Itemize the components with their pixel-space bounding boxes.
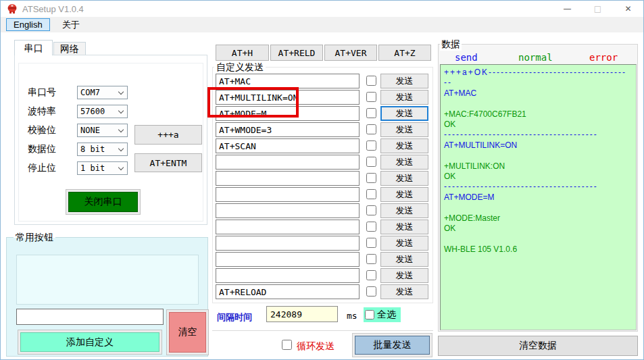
menu-about-item[interactable]: 关于 [57,19,85,31]
row-select-checkbox[interactable] [366,189,376,199]
custom-command-input[interactable] [216,138,360,153]
chevron-down-icon [118,89,124,95]
custom-command-input[interactable] [216,236,360,251]
row-select-checkbox[interactable] [366,173,376,183]
legend-send: send [455,52,478,63]
select-all-control: 全选 [364,307,401,322]
send-button[interactable]: 发送 [380,155,428,170]
interval-input[interactable] [266,306,338,322]
terminal-line: WH-BLE 105 V1.0.6 [444,245,633,255]
custom-command-input[interactable] [216,203,360,218]
row-select-checkbox[interactable] [366,222,376,232]
com-port-select[interactable]: COM7 [77,86,128,99]
loop-send-checkbox[interactable] [282,340,292,350]
data-title: 数据 [440,38,462,51]
row-select-checkbox[interactable] [366,270,376,280]
minimize-icon[interactable]: — [552,1,583,17]
send-button[interactable]: 发送 [380,203,428,218]
custom-command-input[interactable] [216,220,360,234]
common-buttons-title: 常用按钮 [14,232,55,244]
select-all-label: 全选 [377,309,396,321]
row-select-checkbox[interactable] [366,76,376,86]
data-bits-select[interactable]: 8 bit [77,143,128,156]
clear-data-button[interactable]: 清空数据 [438,336,638,356]
terminal-line: AT+MULTILINK=ON [444,140,633,151]
terminal-line [444,151,633,161]
at-reld-button[interactable]: AT+RELD [270,45,323,61]
custom-command-input[interactable] [216,122,360,137]
at-z-button[interactable]: AT+Z [378,45,431,61]
data-terminal[interactable]: +++a+OK---------------------------------… [440,64,637,330]
custom-command-input[interactable] [216,90,360,105]
send-button[interactable]: 发送 [380,122,428,137]
close-serial-button[interactable]: 关闭串口 [68,192,138,212]
batch-send-button[interactable]: 批量发送 [355,336,430,355]
custom-send-title: 自定义发送 [214,61,266,74]
terminal-line: OK [444,224,633,234]
send-button[interactable]: 发送 [380,138,428,153]
row-select-checkbox[interactable] [366,254,376,264]
terminal-line: -------------------------------------- [444,182,633,192]
row-select-checkbox[interactable] [366,124,376,134]
common-buttons-group: 常用按钮 添加自定义 清空 [6,237,208,357]
at-entm-button[interactable]: AT+ENTM [134,153,202,172]
maximize-icon[interactable]: □ [583,1,613,17]
interval-unit-label: ms [347,311,357,321]
send-button[interactable]: 发送 [380,187,428,202]
terminal-line: +MODE:Master [444,213,633,224]
custom-command-input[interactable] [216,74,360,88]
custom-command-input[interactable] [216,155,360,170]
send-button[interactable]: 发送 [380,284,428,299]
clear-frame: 清空 [166,309,209,355]
chevron-down-icon [118,165,124,170]
at-ver-button[interactable]: AT+VER [324,45,377,61]
common-buttons-list [16,255,199,305]
menu-english-button[interactable]: English [6,18,50,31]
send-button[interactable]: 发送 [380,74,428,88]
send-button[interactable]: 发送 [380,236,428,251]
send-button[interactable]: 发送 [380,106,428,121]
batch-send-frame: 批量发送 [352,333,432,357]
stop-bits-select[interactable]: 1 bit [77,161,128,175]
interval-label: 间隔时间 [217,311,252,324]
add-custom-button[interactable]: 添加自定义 [20,332,159,352]
row-select-checkbox[interactable] [366,238,376,248]
tab-serial-port[interactable]: 串口 [14,40,53,55]
custom-command-input[interactable] [216,284,360,299]
select-all-checkbox[interactable] [365,310,374,319]
row-select-checkbox[interactable] [366,140,376,151]
send-button[interactable]: 发送 [380,171,428,186]
clear-button[interactable]: 清空 [169,312,206,353]
custom-command-input[interactable] [216,171,360,186]
custom-command-input[interactable] [216,252,360,267]
parity-select[interactable]: NONE [77,124,128,137]
baud-rate-select[interactable]: 57600 [77,105,128,118]
titlebar: ATSetup V1.0.4 — □ ✕ [1,1,643,17]
send-button[interactable]: 发送 [380,90,428,105]
app-icon [7,3,18,14]
tab-network[interactable]: 网络 [53,42,86,55]
terminal-line: +++a+OK---------------------------------… [444,68,633,78]
plus-a-button[interactable]: +++a [134,125,202,145]
new-command-input[interactable] [16,309,164,325]
row-select-checkbox[interactable] [366,108,376,118]
legend-error: error [589,52,618,63]
chevron-down-icon [118,127,124,132]
row-select-checkbox[interactable] [366,205,376,215]
baud-rate-label: 波特率 [28,105,56,118]
chevron-down-icon [118,108,124,113]
close-icon[interactable]: ✕ [613,1,643,17]
custom-command-input[interactable] [216,106,360,121]
send-button[interactable]: 发送 [380,220,428,234]
terminal-line: AT+MAC [444,88,633,99]
row-select-checkbox[interactable] [366,157,376,167]
row-select-checkbox[interactable] [366,92,376,102]
terminal-line: -- [444,78,633,88]
at-h-button[interactable]: AT+H [216,45,269,61]
row-select-checkbox[interactable] [366,286,376,297]
send-button[interactable]: 发送 [380,268,428,283]
data-bits-label: 数据位 [28,143,56,155]
send-button[interactable]: 发送 [380,252,428,267]
custom-command-input[interactable] [216,268,360,283]
custom-command-input[interactable] [216,187,360,202]
